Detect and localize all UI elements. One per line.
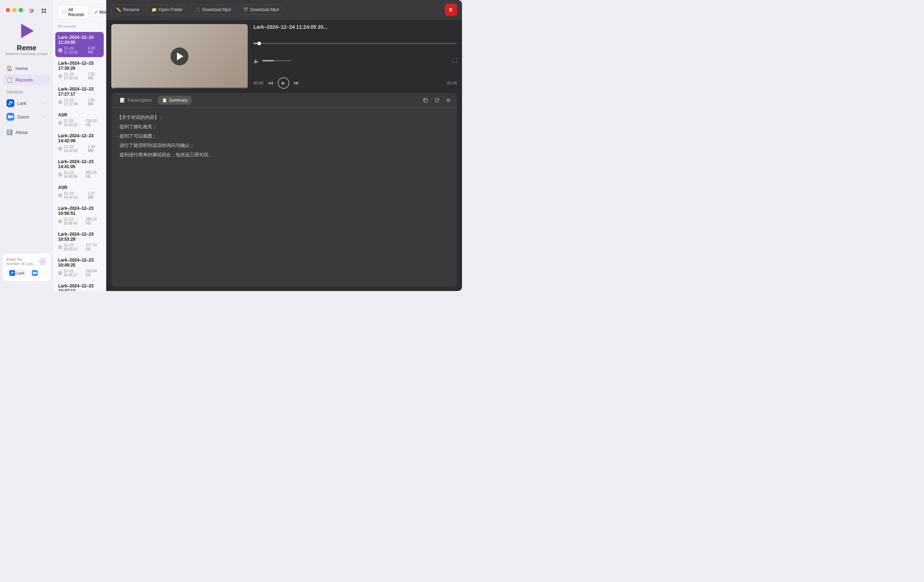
zoom-label: Zoom xyxy=(17,114,29,120)
nav-section: 🏠 Home 📋 Records Services Lark ··· xyxy=(3,63,50,251)
record-size: 6.83 MB xyxy=(88,46,101,54)
record-item[interactable]: ASR 12–23 14:43:23 756.03 KB xyxy=(55,109,104,130)
svg-rect-13 xyxy=(8,115,12,118)
record-item[interactable]: Lark–2024–12–23 10:47:12 12–23 10:47:04 … xyxy=(55,281,104,291)
prev-button[interactable]: ⏮ xyxy=(268,80,274,86)
refresh-icon[interactable] xyxy=(432,96,441,104)
rename-button[interactable]: ✏️ Rename xyxy=(111,5,144,15)
video-title: Lark–2024–12–24 11:24:05 20... xyxy=(253,24,457,30)
video-icon: 🎬 xyxy=(243,7,248,12)
record-item[interactable]: Lark–2024–12–23 17:27:17 12–23 17:27:09 … xyxy=(55,84,104,109)
download-mp3-button[interactable]: 🎵 Download Mp3 xyxy=(190,5,236,15)
video-controls: Lark–2024–12–24 11:24:05 20... 🔈 ⛶ 00:00… xyxy=(248,24,457,89)
record-meta: 12–23 14:40:58 850.35 KB xyxy=(58,171,101,179)
about-label: About xyxy=(15,130,28,135)
record-date: 12–23 14:42:02 xyxy=(64,145,88,153)
summary-line-2: · 提到了可以截图； xyxy=(117,132,451,140)
sidebar-item-label: Home xyxy=(15,66,28,71)
content-tabs: 📝 Transcription 📋 Summary xyxy=(111,93,457,108)
list-icon[interactable] xyxy=(444,96,453,104)
sidebar-item-about[interactable]: ℹ️ About xyxy=(3,127,50,137)
next-button[interactable]: ⏭ xyxy=(294,80,299,86)
record-meta: 12–24 11:23:56 6.83 MB xyxy=(58,46,101,54)
record-date: 12–23 14:40:58 xyxy=(64,171,86,179)
sidebar-item-lark[interactable]: Lark ··· xyxy=(3,97,50,109)
record-size: 250.84 KB xyxy=(86,269,101,277)
records-icon: 📋 xyxy=(7,77,13,83)
zoom-more-icon[interactable]: ··· xyxy=(42,114,47,120)
record-size: 1.39 MB xyxy=(88,145,101,153)
records-panel: 📄 All Records ✓ Multiple 38 records Lark… xyxy=(53,0,106,291)
main-content: ✏️ Rename 📁 Open Folder 🎵 Download Mp3 🎬… xyxy=(106,0,462,291)
progress-bar[interactable] xyxy=(253,43,457,44)
record-meta: 12–23 17:27:09 1.81 MB xyxy=(58,98,101,106)
play-button[interactable]: ▶ xyxy=(278,77,289,89)
record-date: 12–23 10:53:21 xyxy=(64,243,86,251)
record-title: Lark–2024–12–23 10:56:51 xyxy=(58,206,101,216)
records-list: Lark–2024–12–24 11:24:05 12–24 11:23:56 … xyxy=(53,31,106,291)
record-meta: 12–23 10:49:17 250.84 KB xyxy=(58,269,101,277)
record-title: Lark–2024–12–23 10:47:12 xyxy=(58,283,101,291)
video-section: Lark–2024–12–24 11:24:05 20... 🔈 ⛶ 00:00… xyxy=(106,20,462,93)
svg-rect-15 xyxy=(9,270,15,276)
record-item[interactable]: Lark–2024–12–23 10:49:25 12–23 10:49:17 … xyxy=(55,255,104,280)
trash-icon: 🗑 xyxy=(449,7,453,12)
coin-icon xyxy=(58,48,63,53)
content-tab-icons xyxy=(421,96,453,104)
volume-slider[interactable] xyxy=(262,60,291,61)
lark-icon xyxy=(7,99,14,107)
check-icon: ✓ xyxy=(94,10,98,15)
all-records-button[interactable]: 📄 All Records xyxy=(58,5,88,20)
tab-transcription[interactable]: 📝 Transcription xyxy=(116,96,156,104)
traffic-lights xyxy=(4,7,25,15)
open-folder-button[interactable]: 📁 Open Folder xyxy=(147,5,187,15)
record-item[interactable]: Lark–2024–12–23 14:41:05 12–23 14:40:58 … xyxy=(55,156,104,182)
layout-icon[interactable] xyxy=(39,6,49,16)
summary-line-3: · 进行了能否听到说话的询问与确认； xyxy=(117,142,451,149)
svg-point-4 xyxy=(31,12,33,13)
record-size: 280.15 KB xyxy=(86,217,101,225)
record-item[interactable]: Lark–2024–12–23 17:30:26 12–23 17:30:18 … xyxy=(55,58,104,83)
delete-button[interactable]: 🗑 xyxy=(445,3,457,16)
progress-dot xyxy=(257,42,261,45)
sidebar-item-home[interactable]: 🏠 Home xyxy=(3,63,50,74)
video-play-overlay[interactable] xyxy=(170,48,188,65)
lark-input-submit[interactable]: → xyxy=(39,258,47,266)
lark-more-icon[interactable]: ··· xyxy=(42,100,47,106)
minimize-button[interactable] xyxy=(12,8,16,12)
svg-rect-20 xyxy=(424,99,427,103)
summary-line-1: · 提到了婚礼相关； xyxy=(117,123,451,131)
zoom-app-button[interactable] xyxy=(29,269,41,277)
home-icon: 🏠 xyxy=(7,65,13,71)
close-button[interactable] xyxy=(6,8,10,12)
summary-icon: 📋 xyxy=(162,98,167,103)
progress-fill xyxy=(253,43,257,44)
sidebar-item-zoom[interactable]: Zoom ··· xyxy=(3,110,50,123)
sidebar-item-records[interactable]: 📋 Records xyxy=(3,74,50,85)
summary-line-0: 【关于对话的内容】： xyxy=(117,114,451,121)
records-header: 📄 All Records ✓ Multiple xyxy=(53,0,106,23)
record-date: 12–23 17:30:18 xyxy=(64,72,88,80)
tab-summary[interactable]: 📋 Summary xyxy=(158,96,192,104)
download-mp4-button[interactable]: 🎬 Download Mp4 xyxy=(238,5,284,15)
record-item[interactable]: ASR 12–23 14:34:32 2.37 MB xyxy=(55,182,104,202)
record-item[interactable]: Lark–2024–12–23 14:42:09 12–23 14:42:02 … xyxy=(55,131,104,155)
record-size: 756.03 KB xyxy=(86,119,101,127)
record-meta: 12–23 14:43:23 756.03 KB xyxy=(58,119,101,127)
record-item[interactable]: Lark–2024–12–23 10:56:51 12–23 10:56:43 … xyxy=(55,203,104,228)
document-icon: 📄 xyxy=(61,10,67,15)
filter-icon[interactable] xyxy=(26,6,36,16)
maximize-button[interactable] xyxy=(19,8,23,12)
lark-app-button[interactable]: Lark xyxy=(7,269,27,277)
fullscreen-button[interactable]: ⛶ xyxy=(452,58,457,64)
record-item[interactable]: Lark–2024–12–23 10:53:29 12–23 10:53:21 … xyxy=(55,229,104,254)
records-count: 38 records xyxy=(53,23,106,31)
svg-point-16 xyxy=(12,273,13,274)
record-size: 277.74 KB xyxy=(86,243,101,251)
copy-icon[interactable] xyxy=(421,96,430,104)
lark-app-label: Lark xyxy=(16,271,24,275)
record-date: 12–23 17:27:09 xyxy=(64,98,88,106)
record-item[interactable]: Lark–2024–12–24 11:24:05 12–24 11:23:56 … xyxy=(55,32,104,57)
lark-apps-row: Lark xyxy=(7,269,47,277)
svg-marker-9 xyxy=(21,24,34,38)
